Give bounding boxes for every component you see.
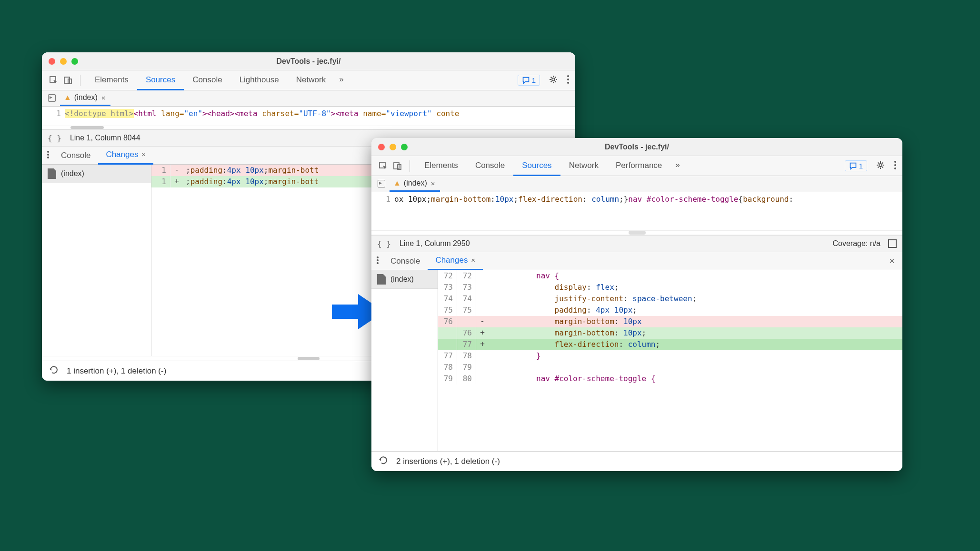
minimize-window-icon[interactable] xyxy=(390,144,396,150)
diff-sign: - xyxy=(476,316,489,327)
close-icon[interactable]: × xyxy=(471,256,475,264)
navigator-toggle-icon[interactable] xyxy=(46,92,58,104)
undo-icon[interactable] xyxy=(378,456,389,467)
cursor-position: Line 1, Column 2950 xyxy=(400,239,470,248)
tab-console[interactable]: Console xyxy=(184,70,230,90)
device-toggle-icon[interactable] xyxy=(391,160,404,172)
warning-icon: ▲ xyxy=(393,179,401,187)
drawer-tab-changes[interactable]: Changes × xyxy=(428,252,483,270)
diff-text: flex-direction: column; xyxy=(489,339,902,350)
line-number: 1 xyxy=(42,107,65,126)
new-lineno: 77 xyxy=(457,339,476,350)
diff-view[interactable]: 7272nav {7373 display: flex;7474 justify… xyxy=(438,270,902,451)
changes-file-label: (index) xyxy=(390,275,414,284)
tab-elements[interactable]: Elements xyxy=(86,70,137,90)
gear-icon[interactable] xyxy=(549,75,558,86)
zoom-window-icon[interactable] xyxy=(71,58,78,65)
drawer-kebab-icon[interactable] xyxy=(376,256,379,266)
svg-rect-1 xyxy=(64,77,70,83)
close-drawer-icon[interactable]: × xyxy=(889,256,895,266)
file-tab-index[interactable]: ▲ (index) × xyxy=(390,176,440,192)
tab-elements[interactable]: Elements xyxy=(416,156,467,176)
diff-text: } xyxy=(489,350,902,362)
diff-row: 7980nav #color-scheme-toggle { xyxy=(438,373,902,384)
drawer-tab-changes[interactable]: Changes × xyxy=(98,146,153,165)
gear-icon[interactable] xyxy=(876,160,885,171)
changes-file-list: (index) xyxy=(371,270,438,451)
more-tabs-icon[interactable]: » xyxy=(670,156,684,176)
diff-text xyxy=(489,362,902,373)
tab-network[interactable]: Network xyxy=(560,156,607,176)
coverage-toggle-icon[interactable] xyxy=(888,239,897,248)
h-scrollbar[interactable] xyxy=(42,126,575,129)
svg-point-6 xyxy=(567,82,569,84)
diff-row: 7272nav { xyxy=(438,270,902,282)
close-icon[interactable]: × xyxy=(141,150,146,158)
tab-lighthouse[interactable]: Lighthouse xyxy=(231,70,288,90)
issues-button[interactable]: 1 xyxy=(518,75,540,86)
changes-file-list: (index) xyxy=(42,165,151,356)
device-toggle-icon[interactable] xyxy=(62,74,74,87)
diff-row: 77+ flex-direction: column; xyxy=(438,339,902,350)
close-window-icon[interactable] xyxy=(378,144,385,150)
diff-row: 7575 padding: 4px 10px; xyxy=(438,305,902,316)
changes-summary: 1 insertion (+), 1 deletion (-) xyxy=(67,366,166,376)
tab-network[interactable]: Network xyxy=(288,70,334,90)
more-tabs-icon[interactable]: » xyxy=(334,70,348,90)
close-icon[interactable]: × xyxy=(431,179,435,187)
inspect-icon[interactable] xyxy=(377,160,390,172)
svg-point-19 xyxy=(377,262,379,264)
code-editor[interactable]: 1 <!doctype html><html lang="en"><head><… xyxy=(42,107,575,126)
changes-panel: (index) 7272nav {7373 display: flex;7474… xyxy=(371,270,902,451)
pretty-print-icon[interactable]: { } xyxy=(377,239,391,248)
new-lineno: 74 xyxy=(457,293,476,305)
navigator-toggle-icon[interactable] xyxy=(375,177,388,190)
file-tab-label: (index) xyxy=(74,93,98,102)
new-lineno: 75 xyxy=(457,305,476,316)
changes-file-item[interactable]: (index) xyxy=(42,165,151,183)
diff-sign xyxy=(476,305,489,316)
plus-sign: + xyxy=(170,176,183,187)
document-icon xyxy=(377,274,386,285)
new-lineno: 72 xyxy=(457,270,476,282)
tab-sources[interactable]: Sources xyxy=(137,70,184,90)
tab-console[interactable]: Console xyxy=(467,156,513,176)
code-line-1: ox 10px;margin-bottom:10px;flex-directio… xyxy=(394,192,793,230)
undo-icon[interactable] xyxy=(49,365,59,376)
new-lineno xyxy=(457,316,476,327)
pretty-print-icon[interactable]: { } xyxy=(48,134,61,143)
tab-sources[interactable]: Sources xyxy=(513,156,560,176)
line-number: 1 xyxy=(371,192,394,230)
tab-performance[interactable]: Performance xyxy=(607,156,670,176)
drawer-tab-console[interactable]: Console xyxy=(383,253,428,270)
warning-icon: ▲ xyxy=(64,93,71,102)
diff-text: nav { xyxy=(489,270,902,282)
code-editor[interactable]: 1 ox 10px;margin-bottom:10px;flex-direct… xyxy=(371,192,902,230)
old-lineno: 73 xyxy=(438,282,457,293)
changes-file-item[interactable]: (index) xyxy=(371,270,438,289)
drawer-kebab-icon[interactable] xyxy=(47,150,50,160)
file-tab-label: (index) xyxy=(404,179,427,187)
h-scrollbar[interactable] xyxy=(371,230,902,235)
minus-sign: - xyxy=(170,165,183,176)
changes-summary: 2 insertions (+), 1 deletion (-) xyxy=(396,457,500,466)
zoom-window-icon[interactable] xyxy=(401,144,408,150)
status-bar: { } Line 1, Column 2950 Coverage: n/a xyxy=(371,235,902,252)
inspect-icon[interactable] xyxy=(48,74,60,87)
close-icon[interactable]: × xyxy=(101,94,106,102)
panel-tabs: Elements Sources Console Lighthouse Netw… xyxy=(86,70,349,90)
diff-text: display: flex; xyxy=(489,282,902,293)
kebab-icon[interactable] xyxy=(894,160,897,171)
issues-button[interactable]: 1 xyxy=(845,160,867,171)
old-lineno: 75 xyxy=(438,305,457,316)
close-window-icon[interactable] xyxy=(49,58,55,65)
svg-point-15 xyxy=(894,164,896,166)
diff-text: margin-bottom: 10px; xyxy=(489,327,902,339)
diff-row: 7474 justify-content: space-between; xyxy=(438,293,902,305)
kebab-icon[interactable] xyxy=(567,75,570,86)
file-tab-index[interactable]: ▲ (index) × xyxy=(60,90,110,106)
panel-tabbar: Elements Console Sources Network Perform… xyxy=(371,156,902,176)
diff-text: padding: 4px 10px; xyxy=(489,305,902,316)
drawer-tab-console[interactable]: Console xyxy=(53,147,98,164)
minimize-window-icon[interactable] xyxy=(60,58,67,65)
